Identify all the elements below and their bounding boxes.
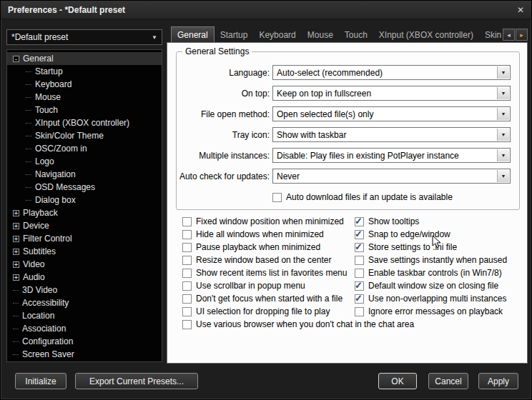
expand-icon[interactable]: + bbox=[13, 249, 19, 255]
expand-icon[interactable]: + bbox=[13, 274, 19, 281]
tree-item-video[interactable]: +Video bbox=[7, 258, 162, 271]
checkbox-unchecked-icon[interactable] bbox=[355, 269, 364, 278]
tree-item-subtitles[interactable]: +Subtitles bbox=[7, 245, 162, 258]
tree-branch-line bbox=[26, 149, 31, 149]
checkbox-unchecked-icon[interactable] bbox=[182, 230, 192, 239]
checkbox-unchecked-icon[interactable] bbox=[182, 307, 192, 316]
option-fixed-window-position-when-minimized[interactable]: Fixed window position when minimized bbox=[182, 215, 355, 228]
checkbox-unchecked-icon[interactable] bbox=[182, 217, 192, 226]
option-snap-to-edge-window[interactable]: ✓Snap to edge/window bbox=[355, 228, 507, 241]
tab-keyboard[interactable]: Keyboard bbox=[253, 28, 301, 42]
initialize-button[interactable]: Initialize bbox=[15, 373, 66, 389]
checkbox-checked-icon[interactable]: ✓ bbox=[355, 243, 364, 252]
tree-item-startup[interactable]: Startup bbox=[7, 65, 162, 78]
tree-item-3d-video[interactable]: 3D Video bbox=[7, 284, 162, 296]
tree-item-navigation[interactable]: Navigation bbox=[7, 168, 162, 181]
dropdown-auto-check-for-updates[interactable]: Never▼ bbox=[272, 169, 511, 184]
tree-item-osc-zoom-in[interactable]: OSC/Zoom in bbox=[7, 142, 162, 155]
option-pause-playback-when-minimized[interactable]: Pause playback when minimized bbox=[182, 241, 355, 254]
tree-item-playback[interactable]: +Playback bbox=[7, 206, 162, 219]
checkbox-unchecked-icon[interactable] bbox=[182, 294, 192, 304]
checkbox-unchecked-icon[interactable] bbox=[355, 307, 364, 316]
options-right-column: ✓Show tooltips✓Snap to edge/window✓Store… bbox=[355, 215, 507, 318]
checkbox-checked-icon[interactable]: ✓ bbox=[355, 230, 364, 239]
expand-icon[interactable]: + bbox=[13, 223, 19, 229]
tree-item-device[interactable]: +Device bbox=[7, 219, 162, 232]
tab-skin[interactable]: Skin bbox=[479, 28, 502, 42]
checkbox-unchecked-icon[interactable] bbox=[272, 193, 282, 202]
tab-mouse[interactable]: Mouse bbox=[302, 28, 339, 42]
tree-item-screen-saver[interactable]: Screen Saver bbox=[7, 348, 162, 361]
tree-item-audio[interactable]: +Audio bbox=[7, 271, 162, 284]
cancel-button[interactable]: Cancel bbox=[428, 373, 468, 389]
option-ignore-error-messages-on-playback[interactable]: Ignore error messages on playback bbox=[355, 305, 507, 318]
option-use-scrollbar-in-popup-menu[interactable]: Use scrollbar in popup menu bbox=[182, 279, 355, 292]
tab-general[interactable]: General bbox=[171, 26, 215, 42]
tree-item-skin-color-theme[interactable]: Skin/Color Theme bbox=[7, 129, 162, 142]
tab-touch[interactable]: Touch bbox=[339, 28, 373, 42]
option-use-non-overlapping-multi-instances[interactable]: ✓Use non-overlapping multi instances bbox=[355, 292, 507, 305]
ok-button[interactable]: OK bbox=[378, 373, 417, 389]
tree-item-dialog-box[interactable]: Dialog box bbox=[7, 194, 162, 206]
tab-xinput-xbox-controller[interactable]: XInput (XBOX controller) bbox=[373, 28, 479, 42]
checkbox-checked-icon[interactable]: ✓ bbox=[355, 281, 364, 291]
checkbox-unchecked-icon[interactable] bbox=[182, 269, 192, 278]
expand-icon[interactable]: + bbox=[13, 236, 19, 242]
apply-button[interactable]: Apply bbox=[478, 373, 518, 389]
option-default-window-size-on-closing-file[interactable]: ✓Default window size on closing file bbox=[355, 279, 507, 292]
option-save-settings-instantly-when-paused[interactable]: Save settings instantly when paused bbox=[355, 254, 507, 266]
dropdown-file-open-method[interactable]: Open selected file(s) only▼ bbox=[272, 106, 511, 121]
option-show-recent-items-list-in-favorites-menu[interactable]: Show recent items list in favorites menu bbox=[182, 266, 355, 279]
option-store-settings-to-ini-file[interactable]: ✓Store settings to .ini file bbox=[355, 241, 507, 254]
dropdown-value: Open selected file(s) only bbox=[277, 109, 388, 119]
close-icon[interactable]: ✕ bbox=[517, 1, 524, 19]
setting-row-auto-check-for-updates: Auto check for updates:Never▼ bbox=[177, 166, 519, 186]
tree-item-configuration[interactable]: Configuration bbox=[7, 335, 162, 348]
tree-item-logo[interactable]: Logo bbox=[7, 155, 162, 168]
option-show-tooltips[interactable]: ✓Show tooltips bbox=[355, 215, 507, 228]
tree-item-general[interactable]: -General bbox=[7, 52, 162, 65]
tree-item-touch[interactable]: Touch bbox=[7, 104, 162, 116]
tree-item-filter-control[interactable]: +Filter Control bbox=[7, 232, 162, 245]
tree-item-label: Screen Saver bbox=[22, 349, 74, 359]
titlebar[interactable]: Preferences - *Default preset ✕ bbox=[1, 1, 531, 19]
dropdown-multiple-instances[interactable]: Disable: Play files in existing PotPlaye… bbox=[272, 148, 511, 163]
tab-scroll-right-button[interactable]: ▸ bbox=[516, 29, 528, 41]
checkbox-unchecked-icon[interactable] bbox=[355, 256, 364, 265]
option-don-t-get-focus-when-started-with-a-file[interactable]: Don't get focus when started with a file bbox=[182, 292, 355, 305]
tree-item-location[interactable]: Location bbox=[7, 309, 162, 322]
option-ui-selection-for-dropping-file-to-play[interactable]: UI selection for dropping file to play bbox=[182, 305, 355, 318]
checkbox-unchecked-icon[interactable] bbox=[182, 243, 192, 252]
dropdown-language[interactable]: Auto-select (recommended)▼ bbox=[272, 65, 511, 80]
tree-item-association[interactable]: Association bbox=[7, 322, 162, 335]
option-hide-all-windows-when-minimized[interactable]: Hide all windows when minimized bbox=[182, 228, 355, 241]
expand-icon[interactable]: + bbox=[13, 261, 19, 268]
option-resize-window-based-on-the-center[interactable]: Resize window based on the center bbox=[182, 254, 355, 266]
tree-item-osd-messages[interactable]: OSD Messages bbox=[7, 181, 162, 194]
setting-label: Multiple instances: bbox=[177, 151, 270, 161]
checkbox-unchecked-icon[interactable] bbox=[182, 320, 192, 329]
dropdown-tray-icon[interactable]: Show with taskbar▼ bbox=[272, 127, 511, 142]
checkbox-unchecked-icon[interactable] bbox=[182, 256, 192, 265]
tree-item-keyboard[interactable]: Keyboard bbox=[7, 78, 162, 91]
checkbox-checked-icon[interactable]: ✓ bbox=[355, 217, 364, 226]
tree-item-accessibility[interactable]: Accessibility bbox=[7, 296, 162, 309]
tab-scroll-left-button[interactable]: ◂ bbox=[503, 29, 515, 41]
collapse-icon[interactable]: - bbox=[13, 56, 19, 62]
tab-startup[interactable]: Startup bbox=[215, 28, 254, 42]
setting-label: On top: bbox=[177, 89, 270, 99]
tree-item-label: Device bbox=[23, 221, 49, 231]
tree-item-mouse[interactable]: Mouse bbox=[7, 91, 162, 104]
checkbox-checked-icon[interactable]: ✓ bbox=[355, 294, 364, 304]
expand-icon[interactable]: + bbox=[13, 210, 19, 216]
checkbox-unchecked-icon[interactable] bbox=[182, 281, 192, 291]
dropdown-on-top[interactable]: Keep on top in fullscreen▼ bbox=[272, 86, 511, 101]
check-icon: ✓ bbox=[355, 280, 363, 291]
export-presets-button[interactable]: Export Current Presets... bbox=[75, 373, 198, 389]
preset-dropdown[interactable]: *Default preset ▼ bbox=[6, 29, 162, 45]
tree-item-xinput-xbox-controller[interactable]: XInput (XBOX controller) bbox=[7, 116, 162, 129]
tree-item-label: Association bbox=[22, 324, 66, 334]
option-use-various-browser-when-you-don-t-chat-in-the-chat-area[interactable]: Use various browser when you don't chat … bbox=[182, 318, 414, 331]
option-auto-download-files-if-an-update-is-available[interactable]: Auto download files if an update is avai… bbox=[272, 191, 519, 204]
option-enable-taskbar-controls-in-win7-8[interactable]: Enable taskbar controls (in Win7/8) bbox=[355, 266, 507, 279]
